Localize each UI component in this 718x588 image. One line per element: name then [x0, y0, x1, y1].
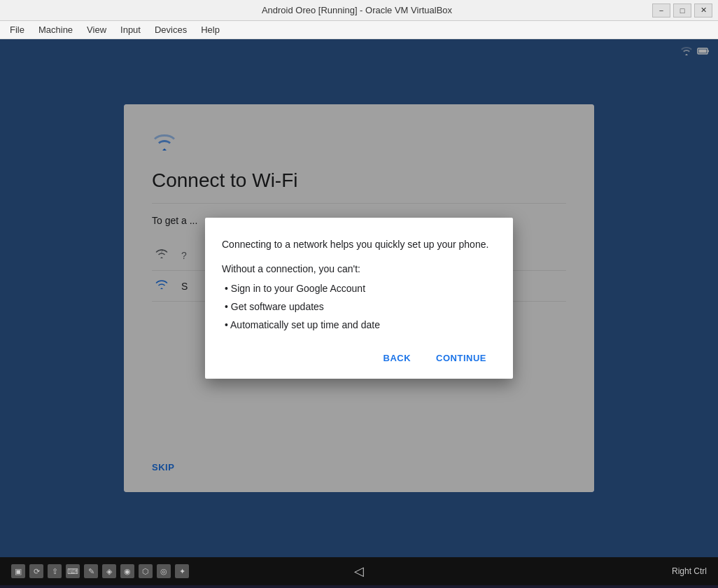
continue-button[interactable]: CONTINUE: [426, 347, 496, 369]
right-ctrl-label: Right Ctrl: [672, 566, 707, 576]
taskbar-left-icons: ▣ ⟳ ⇧ ⌨ ✎ ◈ ◉ ⬡ ◎ ✦: [11, 564, 189, 578]
battery-status-icon: [697, 46, 710, 58]
svg-rect-1: [699, 50, 707, 53]
taskbar-icon-7[interactable]: ◉: [120, 564, 134, 578]
taskbar-icon-10[interactable]: ✦: [175, 564, 189, 578]
taskbar-icon-4[interactable]: ⌨: [66, 564, 80, 578]
taskbar-icon-3[interactable]: ⇧: [48, 564, 62, 578]
taskbar-icon-5[interactable]: ✎: [84, 564, 98, 578]
taskbar-icon-6[interactable]: ◈: [102, 564, 116, 578]
android-screen: Connect to Wi-Fi To get a ... ?: [124, 104, 594, 492]
main-area: Connect to Wi-Fi To get a ... ?: [0, 39, 718, 557]
menu-input[interactable]: Input: [113, 23, 148, 36]
titlebar-title: Android Oreo [Running] - Oracle VM Virtu…: [62, 5, 652, 15]
status-icons: [680, 46, 710, 58]
minimize-button[interactable]: −: [652, 4, 670, 18]
dialog-list-item-3: • Automatically set up time and date: [222, 319, 496, 330]
dialog-headline: Connecting to a network helps you quickl…: [222, 237, 496, 252]
taskbar: ▣ ⟳ ⇧ ⌨ ✎ ◈ ◉ ⬡ ◎ ✦ ◁ Right Ctrl: [0, 557, 718, 585]
taskbar-icon-1[interactable]: ▣: [11, 564, 25, 578]
dialog-overlay: Connecting to a network helps you quickl…: [124, 104, 594, 492]
menu-view[interactable]: View: [80, 23, 113, 36]
svg-rect-2: [708, 50, 709, 52]
back-arrow-icon: ◁: [354, 564, 364, 578]
taskbar-icon-8[interactable]: ⬡: [139, 564, 153, 578]
dialog-actions: BACK CONTINUE: [222, 347, 496, 369]
back-button[interactable]: BACK: [374, 347, 421, 369]
menu-devices[interactable]: Devices: [148, 23, 194, 36]
wifi-status-icon: [680, 46, 693, 58]
taskbar-icon-2[interactable]: ⟳: [29, 564, 43, 578]
dialog-subheading: Without a connection, you can't:: [222, 263, 496, 274]
close-button[interactable]: ✕: [694, 4, 712, 18]
titlebar-controls: − □ ✕: [652, 4, 712, 18]
menu-help[interactable]: Help: [194, 23, 227, 36]
dialog: Connecting to a network helps you quickl…: [205, 218, 513, 379]
menu-machine[interactable]: Machine: [31, 23, 80, 36]
menu-file[interactable]: File: [3, 23, 31, 36]
dialog-list-item-1: • Sign in to your Google Account: [222, 283, 496, 294]
dialog-list-item-2: • Get software updates: [222, 301, 496, 312]
maximize-button[interactable]: □: [673, 4, 691, 18]
titlebar: Android Oreo [Running] - Oracle VM Virtu…: [0, 0, 718, 21]
menubar: File Machine View Input Devices Help: [0, 21, 718, 39]
android-back-button[interactable]: ◁: [354, 564, 364, 579]
taskbar-icon-9[interactable]: ◎: [157, 564, 171, 578]
